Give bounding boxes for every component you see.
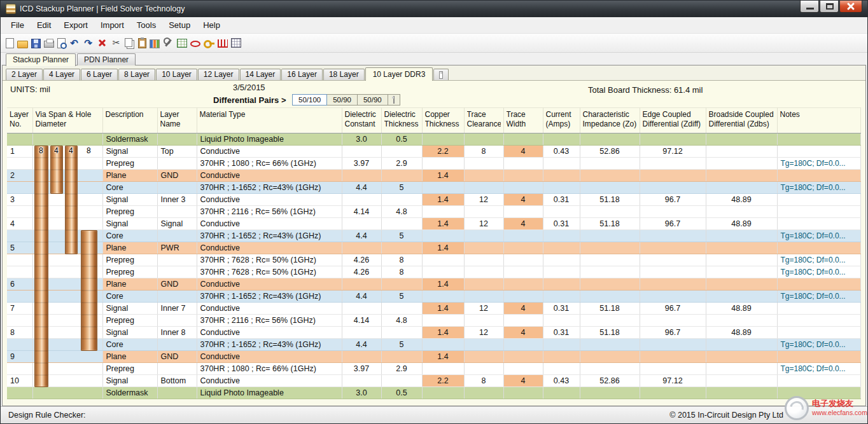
cell-description[interactable]: Signal [102, 303, 157, 315]
cell-dth[interactable] [381, 375, 422, 387]
cell-zdiff[interactable] [640, 291, 706, 303]
cell-description[interactable]: Core [102, 339, 157, 351]
cell-zdbs[interactable] [706, 375, 777, 387]
layer-tab-8-layer[interactable]: 8 Layer [118, 69, 155, 80]
date-label[interactable]: 3/5/2015 [233, 83, 265, 92]
cell-zo[interactable]: 51.18 [580, 327, 640, 339]
cell-zdiff[interactable] [640, 170, 706, 182]
via-bar-1[interactable] [50, 146, 63, 194]
cell-notes[interactable] [777, 278, 861, 291]
cell-material[interactable]: 370HR ; 2116 ; Rc= 56% (1GHz) [197, 315, 342, 327]
cell-current[interactable] [543, 170, 580, 182]
cell-material[interactable]: 370HR ; 2116 ; Rc= 56% (1GHz) [197, 206, 342, 218]
cell-zo[interactable]: 52.86 [580, 146, 640, 158]
cell-copper[interactable] [422, 315, 464, 327]
cell-dk[interactable] [342, 278, 381, 291]
cell-zdbs[interactable] [706, 146, 777, 158]
cell-dk[interactable]: 4.4 [342, 291, 381, 303]
cell-notes[interactable] [777, 206, 861, 218]
cell-dk[interactable]: 4.14 [342, 315, 381, 327]
cell-zo[interactable] [580, 254, 640, 266]
cell-layer_no[interactable]: 10 [7, 375, 32, 387]
via-bar-3[interactable] [81, 230, 97, 351]
cell-copper[interactable] [422, 230, 464, 242]
cell-dk[interactable]: 3.97 [342, 363, 381, 375]
cell-material[interactable]: 370HR ; 1-1652 ; Rc=43% (1GHz) [197, 291, 342, 303]
cell-current[interactable] [543, 339, 580, 351]
cell-dk[interactable] [342, 351, 381, 363]
menu-item-setup[interactable]: Setup [162, 18, 197, 32]
cell-clearance[interactable]: 12 [464, 303, 503, 315]
cell-description[interactable]: Soldermask [102, 133, 157, 146]
cell-zdbs[interactable] [706, 206, 777, 218]
cell-layer_name[interactable] [157, 266, 197, 278]
layer-tab-12-layer[interactable]: 12 Layer [198, 69, 239, 80]
cell-material[interactable]: Conductive [197, 218, 342, 230]
cell-layer_no[interactable] [7, 339, 32, 351]
cell-zdiff[interactable] [640, 206, 706, 218]
cell-copper[interactable]: 1.4 [422, 218, 464, 230]
layer-tab-14-layer[interactable]: 14 Layer [240, 69, 281, 80]
cell-clearance[interactable] [464, 278, 503, 291]
cell-zo[interactable]: 51.18 [580, 303, 640, 315]
cell-layer_no[interactable] [7, 206, 32, 218]
cell-description[interactable]: Signal [102, 194, 157, 206]
cell-material[interactable]: Conductive [197, 194, 342, 206]
cell-layer_name[interactable]: Inner 8 [157, 327, 197, 339]
cell-material[interactable]: Conductive [197, 327, 342, 339]
cell-zo[interactable] [580, 339, 640, 351]
cell-width[interactable] [503, 206, 543, 218]
cell-dk[interactable] [342, 242, 381, 254]
cell-zo[interactable] [580, 351, 640, 363]
cell-layer_name[interactable] [157, 254, 197, 266]
cell-notes[interactable] [777, 194, 861, 206]
cell-material[interactable]: Conductive [197, 146, 342, 158]
open-file-icon[interactable] [17, 41, 28, 48]
cell-layer_name[interactable] [157, 182, 197, 194]
cell-clearance[interactable]: 12 [464, 218, 503, 230]
cell-width[interactable]: 4 [503, 194, 543, 206]
cell-width[interactable]: 4 [503, 146, 543, 158]
cell-clearance[interactable] [464, 351, 503, 363]
cell-dth[interactable] [381, 303, 422, 315]
cell-material[interactable]: 370HR ; 1-1652 ; Rc=43% (1GHz) [197, 339, 342, 351]
cell-notes[interactable] [777, 315, 861, 327]
cell-layer_no[interactable] [7, 133, 32, 146]
cell-zdbs[interactable] [706, 133, 777, 146]
cell-zdbs[interactable] [706, 339, 777, 351]
cell-dk[interactable] [342, 303, 381, 315]
cell-width[interactable] [503, 351, 543, 363]
cell-zdbs[interactable] [706, 278, 777, 291]
cell-zdbs[interactable] [706, 291, 777, 303]
cell-via[interactable] [32, 133, 102, 146]
diff-pair-tab-1[interactable]: 50/90 [326, 94, 358, 106]
delete-icon[interactable] [97, 38, 108, 48]
cell-copper[interactable] [422, 158, 464, 170]
cell-dk[interactable]: 4.4 [342, 182, 381, 194]
cell-description[interactable]: Signal [102, 375, 157, 387]
cell-description[interactable]: Prepreg [102, 254, 157, 266]
cut-icon[interactable]: ✂ [111, 38, 122, 48]
diff-pair-tab-2[interactable]: 50/90 [357, 94, 388, 106]
cell-current[interactable] [543, 266, 580, 278]
cell-notes[interactable] [777, 351, 861, 363]
cell-material[interactable]: Liquid Photo Imageable [197, 387, 342, 399]
cell-dk[interactable] [342, 170, 381, 182]
cell-width[interactable]: 4 [503, 327, 543, 339]
cell-layer_no[interactable] [7, 291, 32, 303]
cell-material[interactable]: 370HR ; 1080 ; Rc= 66% (1GHz) [197, 363, 342, 375]
cell-clearance[interactable] [464, 242, 503, 254]
cell-via[interactable] [32, 387, 102, 399]
layer-tab-18-layer[interactable]: 18 Layer [323, 69, 365, 80]
cell-current[interactable]: 0.31 [543, 303, 580, 315]
cell-zdbs[interactable] [706, 230, 777, 242]
cell-clearance[interactable] [464, 315, 503, 327]
menu-item-import[interactable]: Import [94, 18, 130, 32]
cell-description[interactable]: Plane [102, 278, 157, 291]
cell-zdbs[interactable]: 48.89 [706, 327, 777, 339]
cell-description[interactable]: Prepreg [102, 363, 157, 375]
menu-item-help[interactable]: Help [197, 18, 227, 32]
cell-copper[interactable]: 1.4 [422, 278, 464, 291]
cell-layer_name[interactable] [157, 158, 197, 170]
cell-current[interactable] [543, 278, 580, 291]
